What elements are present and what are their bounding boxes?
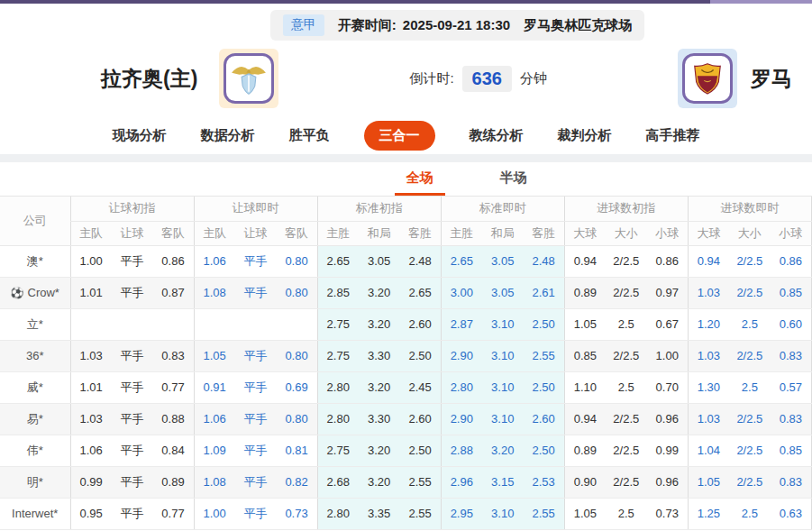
tab-3[interactable]: 三合一 — [364, 121, 435, 151]
odds-cell[interactable]: 1.03 — [688, 403, 729, 435]
group-header-5: 进球数即时 — [688, 197, 811, 221]
odds-cell[interactable]: 0.83 — [771, 466, 812, 498]
odds-cell[interactable]: 1.05 — [194, 340, 235, 371]
odds-cell[interactable]: 3.10 — [482, 371, 524, 403]
odds-cell[interactable]: 0.80 — [276, 277, 317, 308]
odds-cell[interactable]: 1.30 — [688, 371, 729, 403]
odds-cell[interactable]: 0.94 — [688, 245, 729, 277]
odds-cell[interactable]: 平手 — [235, 371, 277, 403]
odds-cell[interactable]: 1.05 — [688, 466, 729, 498]
odds-cell[interactable]: 平手 — [235, 403, 277, 435]
odds-cell[interactable]: 2.53 — [524, 466, 565, 498]
odds-cell[interactable]: 1.00 — [194, 498, 235, 529]
sub-header: 主胜 — [441, 221, 482, 245]
odds-cell[interactable]: 1.03 — [688, 277, 729, 308]
odds-cell[interactable]: 0.80 — [276, 340, 317, 371]
odds-cell[interactable]: 1.03 — [688, 340, 729, 371]
odds-cell[interactable]: 2/2.5 — [729, 403, 771, 435]
tab-6[interactable]: 高手推荐 — [646, 122, 700, 150]
tab-5[interactable]: 裁判分析 — [558, 122, 612, 150]
odds-cell[interactable]: 3.15 — [482, 466, 524, 498]
odds-cell[interactable]: 2/2.5 — [729, 466, 771, 498]
odds-cell[interactable]: 3.10 — [482, 498, 524, 529]
odds-cell[interactable]: 2.50 — [524, 371, 565, 403]
odds-cell[interactable]: 2.50 — [524, 308, 565, 340]
odds-cell[interactable]: 2.80 — [441, 371, 482, 403]
subtab-0[interactable]: 全场 — [395, 162, 445, 196]
odds-cell[interactable]: 1.08 — [194, 466, 235, 498]
odds-cell[interactable]: 2.60 — [524, 403, 565, 435]
odds-cell[interactable]: 0.86 — [771, 245, 812, 277]
subtab-1[interactable]: 半场 — [488, 162, 539, 196]
odds-cell[interactable]: 平手 — [235, 466, 277, 498]
odds-cell[interactable]: 3.20 — [482, 435, 524, 466]
odds-cell: 0.77 — [152, 371, 194, 403]
odds-cell[interactable]: 2.61 — [524, 277, 565, 308]
odds-cell[interactable]: 0.63 — [771, 498, 812, 529]
odds-cell[interactable]: 1.25 — [688, 498, 729, 529]
odds-cell: 0.96 — [647, 466, 689, 498]
odds-cell[interactable]: 0.80 — [276, 403, 317, 435]
odds-cell[interactable]: 0.85 — [771, 435, 812, 466]
sub-header: 和局 — [359, 221, 400, 245]
odds-cell[interactable]: 1.20 — [688, 308, 729, 340]
tab-4[interactable]: 教练分析 — [470, 122, 524, 150]
odds-cell[interactable]: 2.95 — [441, 498, 482, 529]
tab-1[interactable]: 数据分析 — [201, 122, 255, 150]
company-cell: ⚽Crow* — [0, 277, 70, 308]
odds-cell[interactable]: 0.57 — [771, 371, 812, 403]
odds-cell[interactable]: 2.96 — [441, 466, 482, 498]
odds-cell[interactable]: 3.10 — [482, 340, 524, 371]
odds-cell[interactable]: 0.91 — [194, 371, 235, 403]
odds-cell[interactable]: 0.80 — [276, 245, 317, 277]
odds-cell[interactable]: 2.90 — [441, 403, 482, 435]
odds-cell[interactable]: 2.5 — [729, 308, 771, 340]
odds-cell[interactable]: 2/2.5 — [729, 435, 771, 466]
odds-cell[interactable]: 2.5 — [729, 371, 771, 403]
odds-cell[interactable]: 平手 — [235, 498, 277, 529]
odds-cell[interactable]: 1.06 — [194, 403, 235, 435]
odds-cell[interactable]: 0.83 — [771, 403, 812, 435]
odds-cell[interactable]: 0.60 — [771, 308, 812, 340]
odds-cell[interactable]: 2.48 — [524, 245, 565, 277]
odds-cell[interactable]: 2.87 — [441, 308, 482, 340]
odds-cell[interactable]: 平手 — [235, 435, 277, 466]
odds-cell[interactable]: 2/2.5 — [729, 277, 771, 308]
odds-cell[interactable]: 2.55 — [524, 340, 565, 371]
odds-cell[interactable]: 1.06 — [194, 245, 235, 277]
odds-cell[interactable]: 2.5 — [729, 498, 771, 529]
odds-cell[interactable]: 3.10 — [482, 403, 524, 435]
odds-cell: 0.94 — [564, 245, 606, 277]
odds-cell[interactable]: 2.88 — [441, 435, 482, 466]
odds-cell[interactable]: 2.55 — [524, 498, 565, 529]
odds-cell[interactable]: 1.04 — [688, 435, 729, 466]
odds-cell[interactable]: 3.10 — [482, 308, 524, 340]
odds-cell[interactable]: 1.08 — [194, 277, 235, 308]
odds-cell[interactable]: 2.50 — [524, 435, 565, 466]
odds-cell[interactable]: 3.05 — [482, 245, 524, 277]
odds-cell[interactable]: 0.81 — [276, 435, 317, 466]
odds-cell[interactable]: 3.05 — [482, 277, 524, 308]
odds-cell[interactable]: 3.00 — [441, 277, 482, 308]
home-team-logo — [219, 49, 278, 108]
odds-cell[interactable]: 1.09 — [194, 435, 235, 466]
odds-cell[interactable]: 2/2.5 — [729, 340, 771, 371]
odds-cell[interactable]: 0.73 — [276, 498, 317, 529]
league-badge[interactable]: 意甲 — [283, 14, 324, 36]
odds-cell[interactable]: 0.83 — [771, 340, 812, 371]
odds-cell[interactable]: 平手 — [235, 245, 277, 277]
odds-cell: 2.50 — [400, 340, 442, 371]
odds-cell[interactable]: 2/2.5 — [729, 245, 771, 277]
odds-cell[interactable]: 2.65 — [441, 245, 482, 277]
odds-cell[interactable]: 0.85 — [771, 277, 812, 308]
odds-cell[interactable]: 平手 — [235, 340, 277, 371]
tab-2[interactable]: 胜平负 — [289, 122, 330, 150]
odds-cell[interactable]: 2.90 — [441, 340, 482, 371]
sub-header: 客队 — [276, 221, 317, 245]
odds-cell[interactable]: 平手 — [235, 277, 277, 308]
odds-cell[interactable]: 0.69 — [276, 371, 317, 403]
company-cell: 明* — [0, 466, 70, 498]
odds-cell[interactable]: 0.82 — [276, 466, 317, 498]
tab-0[interactable]: 现场分析 — [113, 122, 167, 150]
odds-cell: 2.80 — [317, 371, 359, 403]
